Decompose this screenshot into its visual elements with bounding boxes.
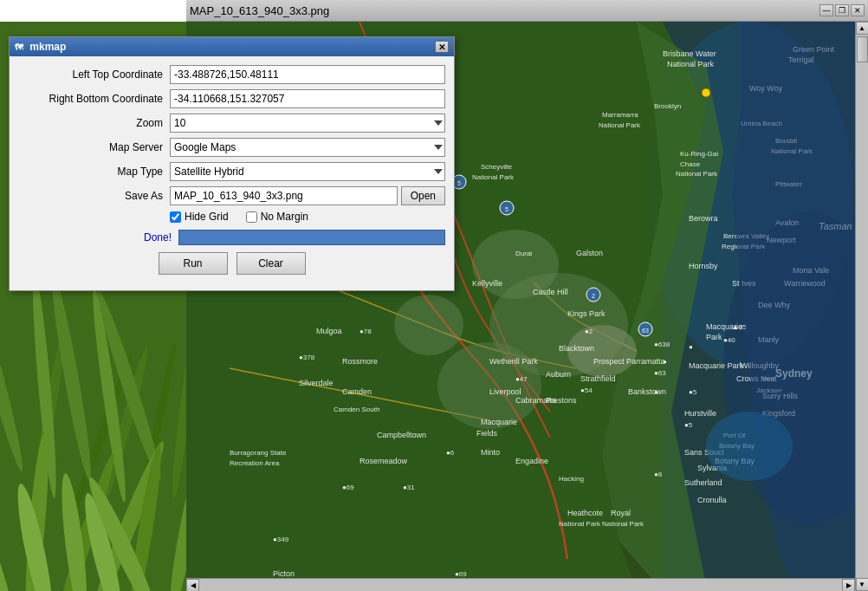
- svg-text:Brooklyn: Brooklyn: [654, 102, 681, 110]
- svg-text:●: ●: [663, 358, 667, 366]
- no-margin-checkbox[interactable]: [246, 211, 257, 223]
- svg-text:●349: ●349: [273, 536, 289, 543]
- right-bottom-row: Right Bottom Coordinate: [18, 89, 445, 108]
- svg-text:Burragorang State: Burragorang State: [230, 449, 287, 457]
- minimize-button[interactable]: —: [819, 4, 833, 16]
- svg-text:Kellyville: Kellyville: [472, 279, 502, 288]
- progress-bar: [178, 230, 445, 245]
- svg-text:Strathfield: Strathfield: [580, 374, 616, 383]
- dialog-close-button[interactable]: ✕: [435, 41, 449, 53]
- zoom-label: Zoom: [18, 117, 170, 129]
- svg-text:5: 5: [457, 180, 461, 186]
- svg-text:Cronulla: Cronulla: [697, 496, 727, 504]
- svg-text:Park: Park: [706, 333, 722, 341]
- svg-text:●69: ●69: [455, 570, 467, 578]
- svg-text:●638: ●638: [654, 341, 670, 348]
- svg-text:National Park: National Park: [559, 520, 601, 528]
- svg-text:Ku-Ring-Gai: Ku-Ring-Gai: [680, 150, 718, 158]
- done-progress-row: Done!: [18, 230, 445, 245]
- svg-text:●2: ●2: [585, 328, 593, 335]
- left-top-label: Left Top Coordinate: [18, 68, 170, 81]
- svg-text:●6: ●6: [446, 449, 455, 457]
- left-top-input[interactable]: [170, 65, 445, 84]
- svg-text:Camden: Camden: [342, 387, 372, 396]
- svg-text:Picton: Picton: [273, 569, 295, 578]
- vertical-scrollbar[interactable]: ▲ ▼: [855, 22, 868, 591]
- no-margin-label: No Margin: [261, 211, 308, 223]
- svg-text:Camden South: Camden South: [334, 406, 379, 413]
- svg-text:Hornsby: Hornsby: [689, 262, 718, 270]
- open-button[interactable]: Open: [401, 186, 445, 205]
- svg-text:●54: ●54: [580, 386, 593, 394]
- svg-text:Auburn: Auburn: [546, 370, 571, 379]
- svg-text:Prestons: Prestons: [546, 396, 577, 405]
- scroll-down-button[interactable]: ▼: [856, 578, 869, 591]
- svg-text:▲35: ▲35: [732, 323, 747, 331]
- svg-text:Blacktown: Blacktown: [559, 344, 594, 353]
- dialog-title-text: 🗺 mkmap: [15, 41, 66, 53]
- svg-text:●378: ●378: [299, 354, 315, 361]
- map-server-select-wrapper: Google Maps OpenStreetMap Bing Maps: [170, 138, 445, 157]
- svg-text:Mulgoa: Mulgoa: [316, 327, 342, 335]
- dialog-icon: 🗺: [15, 42, 23, 52]
- right-bottom-input[interactable]: [170, 89, 445, 108]
- mkmap-dialog: 🗺 mkmap ✕ Left Top Coordinate Right Bott…: [9, 36, 455, 291]
- map-type-select[interactable]: Satellite Hybrid Roadmap Terrain Satelli…: [170, 162, 445, 181]
- map-type-row: Map Type Satellite Hybrid Roadmap Terrai…: [18, 162, 445, 181]
- svg-text:5: 5: [505, 206, 508, 212]
- map-server-label: Map Server: [18, 141, 170, 153]
- svg-text:National Park: National Park: [472, 173, 515, 181]
- close-button[interactable]: ✕: [851, 4, 865, 16]
- scroll-thumb[interactable]: [857, 36, 868, 62]
- hide-grid-label: Hide Grid: [185, 211, 229, 223]
- svg-text:Rosemeadow: Rosemeadow: [360, 457, 408, 465]
- svg-text:Prospect: Prospect: [593, 357, 625, 366]
- svg-point-28: [394, 295, 463, 355]
- svg-text:Hurstville: Hurstville: [684, 409, 716, 418]
- svg-text:●47: ●47: [515, 375, 528, 383]
- dialog-titlebar: 🗺 mkmap ✕: [10, 37, 454, 56]
- svg-text:Campbelltown: Campbelltown: [377, 431, 426, 439]
- svg-text:National Park: National Park: [667, 60, 715, 68]
- svg-text:Kings Park: Kings Park: [567, 309, 606, 318]
- svg-text:Heathcote: Heathcote: [567, 509, 603, 517]
- zoom-select[interactable]: 10 11 12 13 14 15: [170, 114, 445, 133]
- restore-button[interactable]: ❐: [835, 4, 849, 16]
- clear-button[interactable]: Clear: [236, 252, 306, 275]
- svg-text:Hacking: Hacking: [559, 475, 584, 483]
- map-server-row: Map Server Google Maps OpenStreetMap Bin…: [18, 138, 445, 157]
- checkbox-row: Hide Grid No Margin: [170, 211, 445, 223]
- run-button[interactable]: Run: [159, 252, 228, 275]
- map-server-select[interactable]: Google Maps OpenStreetMap Bing Maps: [170, 138, 445, 157]
- save-as-input[interactable]: [170, 186, 398, 205]
- svg-text:Dural: Dural: [515, 250, 532, 257]
- scroll-right-button[interactable]: ▶: [842, 579, 855, 592]
- svg-text:Brisbane Water: Brisbane Water: [663, 49, 716, 58]
- svg-text:Sutherland: Sutherland: [684, 478, 722, 487]
- scroll-up-button[interactable]: ▲: [856, 22, 869, 35]
- svg-text:●69: ●69: [342, 484, 354, 491]
- svg-text:●63: ●63: [654, 369, 666, 377]
- svg-point-139: [702, 88, 710, 97]
- svg-text:Bankstown: Bankstown: [628, 387, 666, 396]
- svg-text:●78: ●78: [360, 328, 372, 335]
- horizontal-scrollbar[interactable]: ◀ ▶: [186, 578, 855, 591]
- right-bottom-label: Right Bottom Coordinate: [18, 93, 170, 105]
- svg-point-140: [706, 412, 793, 481]
- svg-text:Fields: Fields: [476, 429, 498, 438]
- svg-text:●5: ●5: [684, 421, 693, 429]
- svg-text:Galston: Galston: [576, 249, 603, 257]
- svg-text:Scheyville: Scheyville: [481, 163, 513, 171]
- svg-text:Marramarra: Marramarra: [602, 111, 638, 119]
- svg-text:63: 63: [642, 328, 649, 334]
- scroll-left-button[interactable]: ◀: [186, 579, 199, 592]
- hide-grid-checkbox[interactable]: [170, 211, 181, 223]
- svg-text:Chase: Chase: [680, 160, 701, 168]
- svg-text:●5: ●5: [689, 388, 697, 396]
- dialog-body: Left Top Coordinate Right Bottom Coordin…: [10, 56, 454, 290]
- save-as-label: Save As: [18, 190, 170, 202]
- done-link[interactable]: Done!: [27, 231, 178, 244]
- zoom-select-wrapper: 10 11 12 13 14 15: [170, 114, 445, 133]
- main-window-titlebar: MAP_10_613_940_3x3.png — ❐ ✕: [186, 0, 868, 22]
- window-controls: — ❐ ✕: [819, 4, 865, 16]
